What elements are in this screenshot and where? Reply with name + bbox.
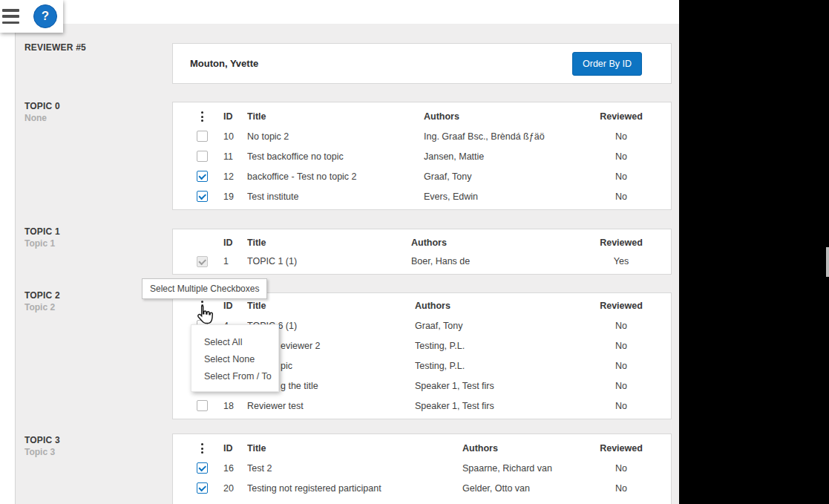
cell-authors: Speaker 1, Test firs (415, 401, 588, 411)
cell-reviewed: No (588, 151, 655, 162)
cell-id: 19 (214, 192, 247, 202)
cell-reviewed: No (588, 463, 655, 474)
table-row: 1 TOPIC 1 (1) Boer, Hans de Yes (189, 252, 655, 271)
cell-title: backoffice - Test no topic 2 (247, 171, 424, 182)
cell-authors: Speaker 1, Test firs (415, 381, 588, 391)
cell-title: Reviewer test (247, 401, 415, 411)
cell-authors: Testing, P.L. (415, 361, 588, 371)
cell-reviewed: No (588, 401, 655, 411)
topic-2-label: TOPIC 2 (24, 290, 60, 301)
topic-0-card: ID Title Authors Reviewed 10 No topic 2 … (172, 102, 672, 210)
table-row: 20 Testing not registered participant Ge… (189, 478, 655, 498)
row-checkbox[interactable] (197, 400, 208, 411)
cell-reviewed: No (588, 321, 655, 331)
cell-authors: Jansen, Mattie (424, 151, 588, 162)
cell-authors: Graaf, Tony (415, 321, 588, 331)
cell-title: Test backoffice no topic (247, 151, 424, 162)
main-page: REVIEWER #5 TOPIC 0 None TOPIC 1 Topic 1… (0, 24, 679, 504)
topic-0-label: TOPIC 0 (24, 101, 60, 111)
row-checkbox[interactable] (197, 482, 208, 494)
cell-id: 12 (214, 171, 247, 182)
cell-title: No topic 2 (247, 131, 424, 142)
cell-id: 1 (214, 256, 247, 266)
cell-reviewed: No (588, 361, 655, 371)
topic-1-label: TOPIC 1 (24, 226, 60, 237)
row-checkbox[interactable] (197, 191, 208, 202)
hamburger-menu-icon[interactable] (2, 9, 19, 24)
menu-item-select-none[interactable]: Select None (191, 351, 278, 368)
topic-2-sublabel: Topic 2 (24, 302, 55, 312)
col-header-id: ID (214, 301, 247, 311)
kebab-menu-icon[interactable] (198, 110, 206, 123)
row-checkbox[interactable] (197, 131, 208, 142)
reviewer-label: REVIEWER #5 (24, 42, 86, 53)
col-header-authors: Authors (415, 301, 588, 311)
cell-id: 18 (214, 401, 247, 411)
row-checkbox-disabled (197, 256, 208, 267)
col-header-title: Title (247, 238, 411, 248)
col-header-authors: Authors (424, 111, 588, 122)
kebab-menu-icon[interactable] (198, 442, 206, 455)
col-header-title: Title (247, 301, 415, 311)
reviewer-card: Mouton, Yvette Order By ID (172, 43, 672, 84)
table-header-row: ID Title Authors Reviewed (189, 439, 655, 458)
top-menu-box: ? (0, 0, 63, 33)
cell-authors: Graaf, Tony (424, 171, 588, 182)
col-header-id: ID (214, 111, 247, 122)
col-header-authors: Authors (462, 443, 588, 454)
cell-reviewed: No (588, 131, 655, 142)
cell-authors: Spaarne, Richard van (462, 463, 588, 474)
cell-reviewed: No (588, 192, 655, 202)
table-row: 18 Reviewer test Speaker 1, Test firs No (189, 396, 655, 416)
topic-3-sublabel: Topic 3 (24, 447, 55, 457)
scrollbar-thumb[interactable] (826, 247, 829, 277)
topic-1-sublabel: Topic 1 (24, 238, 55, 249)
col-header-reviewed: Reviewed (588, 111, 655, 122)
col-header-reviewed: Reviewed (588, 301, 655, 311)
cell-id: 11 (214, 151, 247, 162)
cell-reviewed: No (588, 483, 655, 494)
row-checkbox[interactable] (197, 462, 208, 474)
tooltip: Select Multiple Checkboxes (142, 278, 267, 299)
cell-id: 20 (214, 483, 247, 494)
row-checkbox[interactable] (197, 151, 208, 162)
screen: ? REVIEWER #5 TOPIC 0 None TOPIC 1 Topic… (0, 0, 829, 504)
cell-title: Test 2 (247, 463, 462, 474)
cell-authors: Ing. Graaf Bsc., Brèndá ßƒäö (424, 131, 588, 142)
col-header-authors: Authors (411, 238, 588, 248)
col-header-id: ID (214, 238, 247, 248)
table-header-row: ID Title Authors Reviewed (189, 107, 655, 126)
col-header-reviewed: Reviewed (588, 443, 655, 454)
help-icon: ? (42, 9, 49, 24)
topic-3-card: ID Title Authors Reviewed 16 Test 2 Spaa… (172, 433, 672, 504)
table-row: 16 Test 2 Spaarne, Richard van No (189, 458, 655, 478)
table-header-row: ID Title Authors Reviewed (189, 234, 655, 252)
menu-item-select-from-to[interactable]: Select From / To (191, 368, 278, 385)
topic-3-label: TOPIC 3 (24, 435, 60, 445)
cell-id: 16 (214, 463, 247, 474)
topic-0-sublabel: None (24, 113, 47, 123)
col-header-title: Title (247, 443, 462, 454)
col-header-title: Title (247, 111, 424, 122)
cell-title: TOPIC 1 (1) (247, 256, 411, 266)
menu-item-select-all[interactable]: Select All (191, 334, 278, 351)
row-checkbox[interactable] (197, 171, 208, 182)
cell-authors: Gelder, Otto van (462, 483, 588, 494)
cell-reviewed: No (588, 341, 655, 351)
left-gutter (0, 24, 16, 504)
cell-reviewed: No (588, 171, 655, 182)
table-row: 11 Test backoffice no topic Jansen, Matt… (189, 146, 655, 166)
table-row: 12 backoffice - Test no topic 2 Graaf, T… (189, 166, 655, 186)
table-row: 10 No topic 2 Ing. Graaf Bsc., Brèndá ßƒ… (189, 126, 655, 146)
top-bar (0, 0, 679, 24)
cell-title: Test institute (247, 192, 424, 202)
help-button[interactable]: ? (33, 4, 57, 28)
topic-1-card: ID Title Authors Reviewed 1 TOPIC 1 (1) … (172, 229, 672, 275)
cell-reviewed: No (588, 381, 655, 391)
cell-id: 10 (214, 131, 247, 142)
cell-title: Testing not registered participant (247, 483, 462, 494)
black-panel (679, 0, 829, 504)
cell-authors: Evers, Edwin (424, 192, 588, 202)
table-row: 19 Test institute Evers, Edwin No (189, 186, 655, 206)
order-by-id-button[interactable]: Order By ID (572, 52, 642, 76)
